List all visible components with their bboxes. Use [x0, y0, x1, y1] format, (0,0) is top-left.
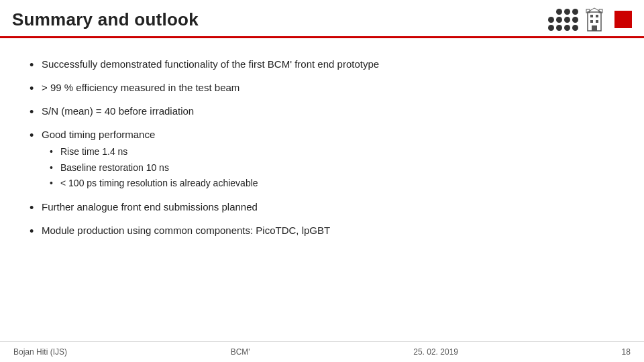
- red-square-logo: [614, 11, 632, 28]
- building-icon: [584, 7, 605, 32]
- footer-author: Bojan Hiti (IJS): [13, 347, 67, 357]
- sub-bullet-text: Rise time 1.4 ns: [60, 146, 127, 157]
- header: Summary and outlook: [0, 0, 644, 38]
- svg-rect-2: [596, 15, 598, 17]
- svg-rect-4: [596, 20, 598, 23]
- svg-line-9: [594, 8, 601, 12]
- bullet-text: Good timing performance: [42, 129, 155, 140]
- dot: [556, 9, 562, 15]
- sub-list-item: Baseline restoration 10 ns: [48, 162, 617, 175]
- sub-list-item: < 100 ps timing resolution is already ac…: [48, 177, 617, 190]
- svg-rect-1: [590, 15, 593, 17]
- dot: [564, 9, 570, 15]
- svg-rect-5: [592, 25, 597, 31]
- list-item: S/N (mean) = 40 before irradiation: [27, 104, 617, 118]
- svg-line-8: [588, 8, 594, 12]
- sub-bullet-text: Baseline restoration 10 ns: [60, 162, 169, 173]
- dot: [556, 25, 562, 31]
- footer-date: 25. 02. 2019: [413, 347, 458, 357]
- main-bullet-list: Successfully demonstrated functionality …: [27, 57, 617, 237]
- dot: [548, 9, 554, 15]
- slide-title: Summary and outlook: [12, 9, 199, 30]
- dot: [572, 25, 578, 31]
- content-area: Successfully demonstrated functionality …: [0, 38, 644, 260]
- dot: [564, 25, 570, 31]
- slide: Summary and outlook: [0, 0, 644, 362]
- bullet-text: Module production using common component…: [42, 225, 330, 236]
- dot: [548, 25, 554, 31]
- bullet-text: S/N (mean) = 40 before irradiation: [42, 105, 194, 117]
- list-item: > 99 % efficiency measured in the test b…: [27, 80, 617, 95]
- dot: [572, 9, 578, 15]
- header-logos: [548, 7, 632, 32]
- svg-rect-3: [590, 20, 593, 23]
- dot: [572, 17, 578, 23]
- dot: [556, 17, 562, 23]
- sub-list-item: Rise time 1.4 ns: [48, 145, 617, 159]
- dot: [548, 17, 554, 23]
- dot: [564, 17, 570, 23]
- sub-bullet-text: < 100 ps timing resolution is already ac…: [60, 178, 258, 188]
- bullet-text: Successfully demonstrated functionality …: [42, 58, 379, 70]
- list-item: Further analogue front end submissions p…: [27, 200, 617, 214]
- bullet-text: > 99 % efficiency measured in the test b…: [42, 82, 239, 93]
- bullet-text: Further analogue front end submissions p…: [42, 201, 258, 213]
- list-item: Module production using common component…: [27, 223, 617, 237]
- list-item: Good timing performance Rise time 1.4 ns…: [27, 127, 617, 190]
- sub-bullet-list: Rise time 1.4 ns Baseline restoration 10…: [48, 145, 617, 190]
- footer: Bojan Hiti (IJS) BCM' 25. 02. 2019 18: [0, 341, 644, 362]
- footer-title: BCM': [231, 347, 250, 357]
- list-item: Successfully demonstrated functionality …: [27, 57, 617, 71]
- dot-grid-logo: [548, 9, 578, 31]
- footer-page-number: 18: [622, 347, 631, 357]
